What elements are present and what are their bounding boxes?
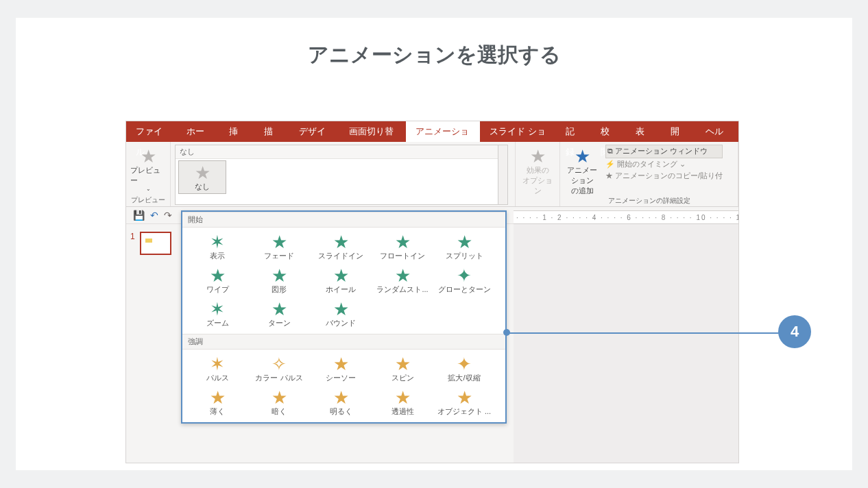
- effect-floatin[interactable]: ★フロートイン: [372, 230, 433, 264]
- tab-slideshow[interactable]: スライド ショー: [480, 121, 556, 142]
- effect-transparency[interactable]: ★透過性: [372, 386, 433, 419]
- effect-growshrink[interactable]: ✦拡大/収縮: [433, 352, 495, 386]
- slide-number: 1: [130, 232, 135, 241]
- effect-darken[interactable]: ★暗く: [248, 386, 310, 419]
- tab-home[interactable]: ホーム: [177, 121, 219, 142]
- tab-file[interactable]: ファイル: [126, 121, 177, 142]
- tab-developer[interactable]: 開発: [661, 121, 696, 142]
- star-icon: ★: [457, 389, 472, 406]
- star-icon: ★: [195, 164, 210, 182]
- tab-record[interactable]: 記録: [556, 121, 591, 142]
- preview-group-label: プレビュー: [131, 195, 165, 205]
- powerpoint-window: ファイル ホーム 挿入 描画 デザイン 画面切り替え アニメーション スライド …: [125, 121, 739, 463]
- add-animation-button[interactable]: ★ アニメーション の追加: [564, 145, 600, 196]
- star-icon: ★: [210, 389, 226, 406]
- ribbon-tabs: ファイル ホーム 挿入 描画 デザイン 画面切り替え アニメーション スライド …: [126, 121, 738, 142]
- section-entrance: 開始: [182, 212, 505, 228]
- star-icon: ★: [210, 267, 226, 284]
- advanced-row: ★ アニメーション の追加 ⧉ アニメーション ウィンドウ ⚡ 開始のタイミング…: [564, 145, 734, 196]
- star-icon: ★: [395, 355, 411, 373]
- gallery-none-header: なし: [176, 145, 507, 159]
- trigger-button[interactable]: ⚡ 開始のタイミング ⌄: [605, 158, 723, 171]
- star-icon: ✦: [457, 355, 472, 373]
- effect-label: 透過性: [391, 406, 414, 417]
- star-icon: ★: [395, 389, 411, 406]
- effect-appear[interactable]: ✶表示: [186, 230, 248, 264]
- star-icon: ★: [395, 233, 411, 251]
- tab-insert[interactable]: 挿入: [219, 121, 254, 142]
- gallery-none-item[interactable]: ★ なし: [178, 160, 226, 194]
- effect-bounce[interactable]: ★バウンド: [310, 297, 372, 331]
- effect-flyin[interactable]: ★スライドイン: [310, 230, 372, 264]
- effect-teeter[interactable]: ★シーソー: [310, 352, 372, 386]
- ruler: · · · · 1 · 2 · · · · 4 · · · · 6 · · · …: [514, 210, 738, 224]
- effect-colorpulse[interactable]: ✧カラー パルス: [248, 352, 310, 386]
- tab-help[interactable]: ヘルプ: [696, 121, 738, 142]
- advanced-list: ⧉ アニメーション ウィンドウ ⚡ 開始のタイミング ⌄ ★ アニメーションのコ…: [605, 145, 723, 182]
- tab-transitions[interactable]: 画面切り替え: [339, 121, 406, 142]
- ribbon-body: ★ プレビュー ⌄ プレビュー なし ★ なし ★: [126, 142, 738, 207]
- effect-spin[interactable]: ★スピン: [372, 352, 433, 386]
- tab-animations[interactable]: アニメーション: [406, 121, 480, 142]
- effect-pulse[interactable]: ✶パルス: [186, 352, 248, 386]
- effect-wheel[interactable]: ★ホイール: [310, 264, 372, 297]
- effect-randombars[interactable]: ★ランダムスト...: [372, 264, 433, 297]
- star-icon: ★: [272, 389, 287, 406]
- animation-flyout: 開始 ✶表示 ★フェード ★スライドイン ★フロートイン ★スプリット ★ワイプ…: [181, 210, 507, 424]
- add-animation-label: アニメーション の追加: [564, 165, 600, 196]
- effect-split[interactable]: ★スプリット: [433, 230, 495, 264]
- effect-wipe[interactable]: ★ワイプ: [186, 264, 248, 297]
- animation-painter-button[interactable]: ★ アニメーションのコピー/貼り付: [605, 170, 723, 182]
- effect-label: スライドイン: [318, 251, 363, 261]
- tab-review[interactable]: 校閲: [591, 121, 626, 142]
- star-icon: ✶: [210, 300, 225, 318]
- effect-fade[interactable]: ★フェード: [248, 230, 310, 264]
- gallery-scrollbar[interactable]: [498, 145, 507, 204]
- star-icon: ✶: [210, 233, 225, 251]
- star-icon: ✦: [457, 267, 472, 284]
- effect-desaturate[interactable]: ★薄く: [186, 386, 248, 419]
- slide-thumbnail[interactable]: [140, 232, 171, 255]
- trigger-icon: ⚡: [605, 160, 615, 168]
- preview-label: プレビュー: [130, 165, 166, 186]
- star-icon: ★: [395, 267, 411, 284]
- tab-draw[interactable]: 描画: [254, 121, 289, 142]
- effect-label: ランダムスト...: [376, 284, 428, 295]
- effect-label: バウンド: [326, 318, 356, 328]
- star-icon: ★: [272, 300, 287, 318]
- effect-objectcolor[interactable]: ★オブジェクト ...: [433, 386, 495, 419]
- effect-swivel[interactable]: ★ターン: [248, 297, 310, 331]
- slide-thumbnail-pane: 1: [126, 228, 178, 463]
- trigger-label: 開始のタイミング: [617, 160, 677, 168]
- section-emphasis: 強調: [182, 334, 505, 350]
- emphasis-grid: ✶パルス ✧カラー パルス ★シーソー ★スピン ✦拡大/収縮 ★薄く ★暗く …: [182, 350, 505, 422]
- tab-design[interactable]: デザイン: [289, 121, 340, 142]
- effect-label: ターン: [268, 318, 291, 328]
- animation-gallery[interactable]: なし ★ なし: [175, 145, 508, 205]
- redo-icon[interactable]: ↷: [164, 210, 172, 221]
- effect-label: パルス: [206, 373, 229, 383]
- effect-lighten[interactable]: ★明るく: [310, 386, 372, 419]
- star-icon: ★: [272, 233, 287, 251]
- effect-label: 薄く: [210, 406, 225, 417]
- effect-growturn[interactable]: ✦グローとターン: [433, 264, 495, 297]
- animation-pane-button[interactable]: ⧉ アニメーション ウィンドウ: [605, 145, 723, 158]
- star-plus-icon: ★: [575, 147, 590, 165]
- effect-zoom[interactable]: ✶ズーム: [186, 297, 248, 331]
- slide-edit-area: [514, 224, 738, 463]
- star-icon: ✶: [210, 355, 225, 373]
- advanced-group-label: アニメーションの詳細設定: [564, 196, 734, 206]
- tab-view[interactable]: 表示: [626, 121, 661, 142]
- save-icon[interactable]: 💾: [133, 210, 145, 221]
- ribbon-group-preview: ★ プレビュー ⌄ プレビュー: [126, 142, 171, 206]
- star-icon: ★: [141, 147, 156, 165]
- effect-label: スピン: [391, 373, 414, 383]
- undo-icon[interactable]: ↶: [150, 210, 158, 221]
- effect-label: スプリット: [446, 251, 483, 261]
- ribbon-group-advanced: ★ アニメーション の追加 ⧉ アニメーション ウィンドウ ⚡ 開始のタイミング…: [560, 142, 738, 206]
- effect-options-button[interactable]: ★ 効果の オプション: [520, 145, 555, 196]
- star-icon: ★: [530, 147, 546, 165]
- preview-button[interactable]: ★ プレビュー ⌄: [130, 145, 166, 192]
- chevron-down-icon: ⌄: [679, 160, 686, 168]
- effect-shape[interactable]: ★図形: [248, 264, 310, 297]
